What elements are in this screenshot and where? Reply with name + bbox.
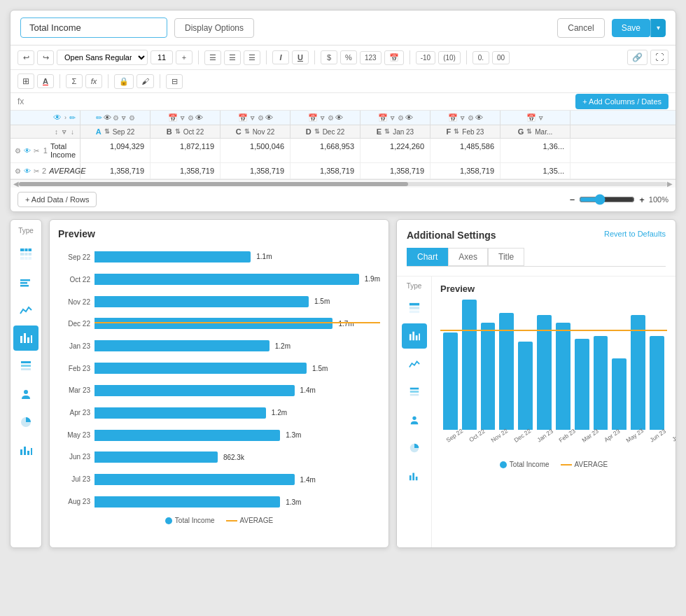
grid-toggle-button[interactable]: ⊞	[18, 74, 34, 89]
tab-title[interactable]: Title	[488, 248, 524, 266]
additional-settings-panel: Additional Settings Chart Axes Title Rev…	[396, 219, 676, 548]
svg-rect-6	[20, 282, 27, 284]
align-center-button[interactable]: ☰	[224, 50, 241, 65]
svg-rect-17	[20, 449, 22, 455]
legend-income-label: Total Income	[175, 517, 215, 524]
bar-value-label: 1.5m	[312, 365, 328, 372]
save-group: Save ▾	[612, 19, 666, 37]
col-f-header: F ⇅ Feb 23	[430, 125, 500, 138]
nested-people-btn[interactable]	[402, 407, 427, 433]
save-button[interactable]: Save	[612, 19, 650, 37]
arrow-down-icon: ↓	[71, 128, 74, 136]
bar-value-label: 1.3m	[286, 498, 301, 506]
svg-rect-10	[27, 337, 29, 343]
link-button[interactable]: 🔗	[627, 50, 648, 65]
horizontal-scrollbar[interactable]	[19, 182, 667, 186]
nested-mini-btn[interactable]	[402, 463, 427, 489]
lock-button[interactable]: 🔒	[114, 74, 134, 89]
bar-row: 1.7m	[94, 316, 380, 331]
pie-type-button[interactable]	[13, 410, 38, 435]
nested-pie-btn[interactable]	[402, 435, 427, 461]
fx-button[interactable]: fx	[85, 74, 102, 88]
text-color-button[interactable]: A	[37, 74, 54, 88]
nested-line-btn[interactable]	[402, 351, 427, 377]
fullscreen-button[interactable]: ⛶	[650, 50, 668, 65]
italic-button[interactable]: I	[272, 50, 289, 64]
nested-type-strip: Type	[397, 276, 432, 547]
col-e-header: E ⇅ Jan 23	[360, 125, 430, 138]
parens-10-button[interactable]: (10)	[438, 51, 461, 64]
add-data-button[interactable]: + Add Data / Rows	[18, 192, 97, 207]
cancel-button[interactable]: Cancel	[557, 18, 604, 38]
number-button[interactable]: 123	[360, 51, 382, 64]
align-right-button[interactable]: ☰	[244, 50, 260, 65]
bar	[94, 496, 280, 507]
decimal-00-btn[interactable]: 00	[492, 51, 510, 64]
people-type-button[interactable]	[13, 382, 38, 407]
zoom-plus[interactable]: +	[639, 195, 645, 205]
bar-type-button[interactable]	[13, 270, 38, 295]
bar	[94, 363, 307, 374]
undo-button[interactable]: ↩	[18, 50, 34, 65]
display-options-button[interactable]: Display Options	[174, 18, 254, 38]
separator-1	[198, 50, 199, 64]
font-increase-button[interactable]: +	[176, 50, 192, 64]
svg-rect-7	[20, 285, 29, 287]
report-title-input[interactable]	[20, 18, 167, 38]
nested-type-label: Type	[407, 282, 422, 290]
align-left-button[interactable]: ☰	[204, 50, 221, 65]
row-2-col-e: 1,358,719	[360, 163, 430, 178]
bar	[94, 430, 280, 441]
bar-row: 1.2m	[94, 405, 380, 421]
font-select[interactable]: Open Sans Regular	[57, 50, 148, 65]
font-size-input[interactable]	[150, 50, 173, 64]
merge-button[interactable]: ⊟	[166, 74, 183, 89]
svg-rect-23	[409, 311, 419, 314]
nested-preview-area: Preview Sep 22Oct 22Nov 22Dec 22Jan 23Fe…	[432, 276, 676, 547]
bar-month-label: Jan 23	[69, 342, 90, 350]
tab-axes[interactable]: Axes	[448, 248, 488, 266]
stacked-type-button[interactable]	[13, 354, 38, 379]
save-dropdown-button[interactable]: ▾	[650, 19, 666, 37]
negative-10-button[interactable]: -10	[416, 51, 435, 64]
column-type-button[interactable]	[13, 326, 38, 351]
sigma-button[interactable]: Σ	[66, 74, 83, 88]
paint-button[interactable]: 🖌	[136, 74, 154, 88]
col-chart-labels: Sep 22Oct 22Nov 22Dec 22Jan 23Feb 23Mar …	[440, 430, 667, 440]
calendar-button[interactable]: 📅	[384, 50, 404, 65]
nested-dot-income	[500, 461, 507, 468]
bar-row: 1.2m	[94, 338, 380, 354]
redo-button[interactable]: ↪	[37, 50, 54, 65]
bar	[94, 296, 309, 307]
percent-button[interactable]: %	[340, 50, 357, 64]
col-c-header: C ⇅ Nov 22	[220, 125, 290, 138]
nested-stacked-btn[interactable]	[402, 379, 427, 405]
col-e-icons: 📅 ⛛ ⚙ 👁	[360, 111, 430, 125]
revert-to-defaults-link[interactable]: Revert to Defaults	[604, 230, 666, 238]
formula-input[interactable]	[29, 97, 668, 106]
add-columns-button[interactable]: + Add Columns / Dates	[575, 94, 668, 109]
bottom-section: Type Preview Sep 22Oct 22Nov 22Dec 2	[10, 219, 676, 548]
mini-bar-type-button[interactable]	[13, 438, 38, 463]
bar	[94, 407, 266, 419]
zoom-minus[interactable]: −	[570, 195, 575, 205]
underline-button[interactable]: U	[292, 50, 309, 64]
col-bar	[518, 342, 533, 430]
tab-chart[interactable]: Chart	[407, 248, 448, 266]
dollar-button[interactable]: $	[321, 50, 337, 64]
nested-col-btn[interactable]	[402, 323, 427, 349]
decimal-btn[interactable]: 0.	[472, 51, 489, 64]
col-b-header: B ⇅ Oct 22	[150, 125, 220, 138]
chart-type-panel: Type	[10, 219, 42, 548]
bar-row: 862.3k	[94, 449, 380, 465]
separator-4	[410, 50, 410, 64]
bar-month-label: Sep 22	[68, 253, 90, 261]
bar-month-label: Aug 23	[68, 498, 90, 505]
table-type-button[interactable]	[13, 241, 38, 267]
svg-rect-21	[409, 303, 419, 306]
line-type-button[interactable]	[13, 298, 38, 323]
nested-table-btn[interactable]	[402, 295, 427, 321]
zoom-slider[interactable]	[579, 194, 635, 205]
nested-label-income: Total Income	[510, 461, 550, 468]
svg-rect-14	[21, 368, 31, 370]
